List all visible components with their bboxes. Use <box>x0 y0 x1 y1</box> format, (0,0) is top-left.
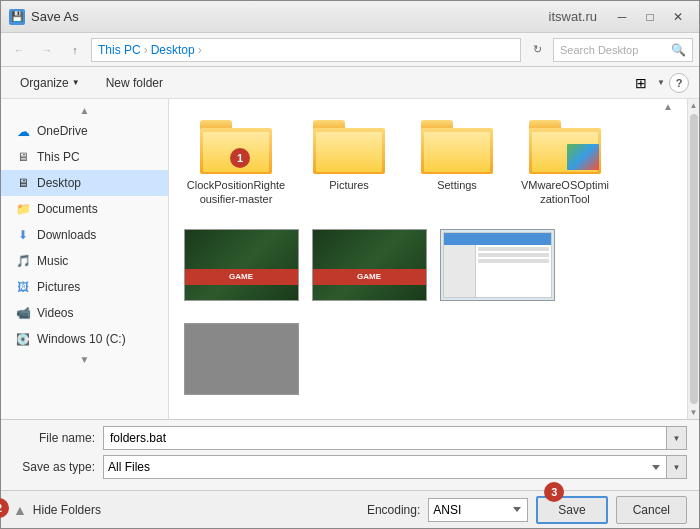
thumbnail-1-banner: GAME <box>185 269 298 285</box>
sidebar-item-onedrive[interactable]: ☁ OneDrive <box>1 118 168 144</box>
file-item-thumb1[interactable]: GAME <box>181 222 301 308</box>
breadcrumb[interactable]: This PC › Desktop › <box>91 38 521 62</box>
sidebar-item-label: OneDrive <box>37 124 88 138</box>
title-bar: 💾 Save As itswat.ru ─ □ ✕ <box>1 1 699 33</box>
videos-icon: 📹 <box>15 305 31 321</box>
downloads-icon: ⬇ <box>15 227 31 243</box>
close-button[interactable]: ✕ <box>665 6 691 28</box>
title-bar-icon: 💾 <box>9 9 25 25</box>
folder-icon-settings <box>421 116 493 174</box>
folder-icon-vmware <box>529 116 601 174</box>
file-label-pictures: Pictures <box>329 178 369 192</box>
refresh-button[interactable]: ↻ <box>525 38 549 62</box>
file-item-pictures[interactable]: Pictures <box>299 109 399 214</box>
up-button[interactable]: ↑ <box>63 38 87 62</box>
encoding-select[interactable]: ANSI UTF-8 Unicode <box>428 498 528 522</box>
view-dropdown-icon: ▼ <box>657 78 665 87</box>
footer-bar: 2 ▲ Hide Folders Encoding: ANSI UTF-8 Un… <box>1 490 699 528</box>
minimize-button[interactable]: ─ <box>609 6 635 28</box>
sidebar-scroll-down[interactable]: ▼ <box>1 352 168 367</box>
sidebar-item-videos[interactable]: 📹 Videos <box>1 300 168 326</box>
save-section: 3 Save <box>536 496 607 524</box>
thumbnail-2-banner: GAME <box>313 269 426 285</box>
view-toggle-button[interactable]: ⊞ <box>629 71 653 95</box>
scrollbar-thumb[interactable] <box>690 114 698 404</box>
filetype-row: Save as type: All Files ▼ <box>13 455 687 479</box>
filename-input[interactable] <box>103 426 667 450</box>
thumbnail-1: GAME <box>184 229 299 301</box>
breadcrumb-desktop: Desktop <box>151 43 195 57</box>
maximize-button[interactable]: □ <box>637 6 663 28</box>
separator2: › <box>198 43 202 57</box>
encoding-label: Encoding: <box>367 503 420 517</box>
file-item-thumb2[interactable]: GAME <box>309 222 429 308</box>
sidebar-item-documents[interactable]: 📁 Documents <box>1 196 168 222</box>
sidebar-item-desktop[interactable]: 🖥 Desktop <box>1 170 168 196</box>
thumbnail-4 <box>184 323 299 395</box>
hide-folders-label[interactable]: Hide Folders <box>33 503 101 517</box>
organize-label: Organize <box>20 76 69 90</box>
pictures-icon: 🖼 <box>15 279 31 295</box>
sidebar: ▲ ☁ OneDrive 🖥 This PC 🖥 Desktop 📁 Docum… <box>1 99 169 419</box>
organize-button[interactable]: Organize ▼ <box>11 71 89 95</box>
new-folder-button[interactable]: New folder <box>97 71 172 95</box>
thumbnail-2: GAME <box>312 229 427 301</box>
folder-icon-clock <box>200 116 272 174</box>
vmware-overlay <box>567 144 599 170</box>
file-grid: ClockPositionRighteousifier-master 1 Pic… <box>181 109 675 402</box>
toolbar: Organize ▼ New folder ⊞ ▼ ? <box>1 67 699 99</box>
cloud-icon: ☁ <box>15 123 31 139</box>
sidebar-item-label: Pictures <box>37 280 80 294</box>
file-item-settings[interactable]: Settings <box>407 109 507 214</box>
file-area-scroll-up[interactable]: ▲ <box>663 101 673 112</box>
help-button[interactable]: ? <box>669 73 689 93</box>
file-item-clock[interactable]: ClockPositionRighteousifier-master 1 <box>181 109 291 214</box>
thumbnail-3 <box>440 229 555 301</box>
search-box[interactable]: Search Desktop 🔍 <box>553 38 693 62</box>
file-label-settings: Settings <box>437 178 477 192</box>
sidebar-scroll-up[interactable]: ▲ <box>1 103 168 118</box>
scrollbar[interactable]: ▲ ▼ <box>687 99 699 419</box>
filename-dropdown-btn[interactable]: ▼ <box>667 426 687 450</box>
footer-right: Encoding: ANSI UTF-8 Unicode 3 Save Canc… <box>367 496 687 524</box>
sidebar-item-label: Documents <box>37 202 98 216</box>
annotation-2-badge: 2 <box>0 498 9 518</box>
bottom-panel: File name: ▼ Save as type: All Files ▼ <box>1 419 699 490</box>
sidebar-item-drive[interactable]: 💽 Windows 10 (C:) <box>1 326 168 352</box>
scrollbar-up[interactable]: ▲ <box>688 99 699 112</box>
documents-icon: 📁 <box>15 201 31 217</box>
annotation-3-badge: 3 <box>544 482 564 502</box>
hide-folders-section: 2 ▲ Hide Folders <box>13 502 101 518</box>
breadcrumb-pc: This PC <box>98 43 141 57</box>
back-button[interactable]: ← <box>7 38 31 62</box>
filename-label: File name: <box>13 431 103 445</box>
forward-button[interactable]: → <box>35 38 59 62</box>
file-area[interactable]: ClockPositionRighteousifier-master 1 Pic… <box>169 99 687 419</box>
file-item-thumb3[interactable] <box>437 222 557 308</box>
file-item-vmware[interactable]: VMwareOSOptimizationTool <box>515 109 615 214</box>
sidebar-item-label: Downloads <box>37 228 96 242</box>
sidebar-item-downloads[interactable]: ⬇ Downloads <box>1 222 168 248</box>
sidebar-item-music[interactable]: 🎵 Music <box>1 248 168 274</box>
sidebar-item-label: Desktop <box>37 176 81 190</box>
sidebar-item-pictures[interactable]: 🖼 Pictures <box>1 274 168 300</box>
sidebar-item-label: Music <box>37 254 68 268</box>
drive-icon: 💽 <box>15 331 31 347</box>
sidebar-item-label: This PC <box>37 150 80 164</box>
sidebar-item-thispc[interactable]: 🖥 This PC <box>1 144 168 170</box>
filetype-select[interactable]: All Files <box>103 455 667 479</box>
file-label-clock: ClockPositionRighteousifier-master <box>186 178 286 207</box>
folder-icon-pictures <box>313 116 385 174</box>
filename-row: File name: ▼ <box>13 426 687 450</box>
window-title: Save As <box>31 9 549 24</box>
search-placeholder: Search Desktop <box>560 44 638 56</box>
cancel-button[interactable]: Cancel <box>616 496 687 524</box>
address-bar: ← → ↑ This PC › Desktop › ↻ Search Deskt… <box>1 33 699 67</box>
filetype-dropdown-btn[interactable]: ▼ <box>667 455 687 479</box>
filetype-label: Save as type: <box>13 460 103 474</box>
file-item-thumb4[interactable] <box>181 316 301 402</box>
scrollbar-down[interactable]: ▼ <box>688 406 699 419</box>
main-area: ▲ ☁ OneDrive 🖥 This PC 🖥 Desktop 📁 Docum… <box>1 99 699 419</box>
new-folder-label: New folder <box>106 76 163 90</box>
chevron-down-icon: ▲ <box>13 502 27 518</box>
